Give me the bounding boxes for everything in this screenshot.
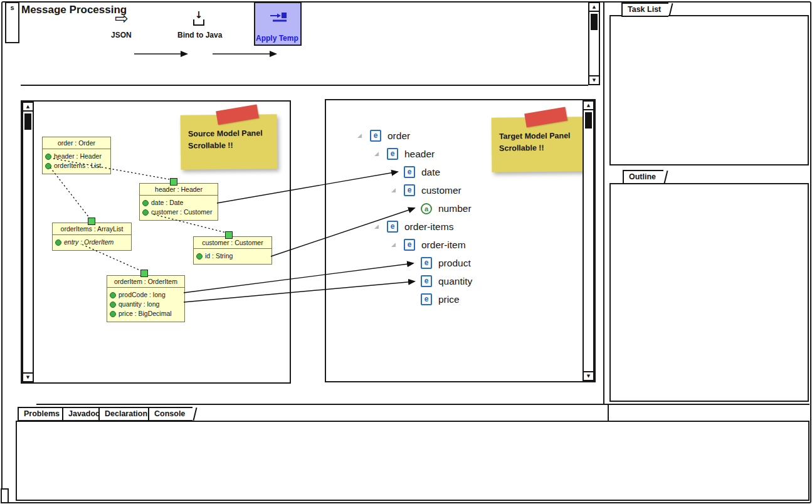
xml-element-icon: e <box>387 221 398 233</box>
source-panel-scrollbar[interactable]: ▲ ▼ <box>22 102 34 382</box>
bottom-divider <box>608 404 609 421</box>
page-title: Message Processing <box>21 4 127 16</box>
tree-node-number[interactable]: a number <box>408 199 472 218</box>
attribute-dot-icon <box>110 302 116 308</box>
class-box-order[interactable]: order : Order header : Header orderItems… <box>42 137 111 174</box>
attribute-row[interactable]: orderItems : List <box>45 161 107 171</box>
tree-node-header[interactable]: ◢ e header <box>374 145 472 163</box>
window-corner-notch <box>1 488 9 503</box>
class-box-header[interactable]: header : Header date : Date customer : C… <box>139 183 218 221</box>
attribute-row[interactable]: price : BigDecimal <box>110 309 181 318</box>
expand-toggle-icon[interactable]: ◢ <box>374 151 379 157</box>
attribute-row[interactable]: customer : Customer <box>142 207 214 217</box>
target-sticky-note[interactable]: Target Model Panel Scrollable !! <box>492 117 585 172</box>
attribute-dot-icon <box>196 253 203 260</box>
scroll-up-icon[interactable]: ▲ <box>23 103 33 112</box>
xml-element-icon: e <box>404 166 415 178</box>
scrollbar-thumb[interactable] <box>24 113 31 130</box>
class-box-orderitem[interactable]: orderItem : OrderItem prodCode : long qu… <box>107 275 185 322</box>
xml-element-icon: e <box>387 148 398 160</box>
tree-node-product[interactable]: e product <box>408 254 472 272</box>
toolbar-divider <box>21 85 588 86</box>
target-model-tree: ◢ e order ◢ e header e date ◢ e customer… <box>357 127 472 308</box>
task-list-panel[interactable] <box>609 15 809 165</box>
step-json-label[interactable]: JSON <box>111 31 132 39</box>
collapsed-side-tab[interactable]: s <box>5 2 19 43</box>
connector-handle-icon[interactable] <box>225 231 233 239</box>
xml-attribute-icon: a <box>421 203 432 214</box>
attribute-row[interactable]: prodCode : long <box>110 290 181 300</box>
application-window: { "window": { "side_tab": "s" }, "toolba… <box>0 0 812 504</box>
attribute-dot-icon <box>142 209 149 216</box>
scroll-up-icon[interactable]: ▲ <box>584 102 593 110</box>
expand-toggle-icon[interactable]: ◢ <box>391 187 396 193</box>
tree-node-customer[interactable]: ◢ e customer <box>391 181 472 199</box>
scroll-up-icon[interactable]: ▲ <box>589 3 599 12</box>
connector-handle-icon[interactable] <box>170 178 177 186</box>
console-panel[interactable] <box>16 421 809 501</box>
scroll-down-icon[interactable]: ▼ <box>584 371 593 380</box>
connector-handle-icon[interactable] <box>88 218 95 225</box>
attribute-row[interactable]: id : String <box>196 251 268 261</box>
outline-panel[interactable] <box>609 183 809 402</box>
xml-element-icon: e <box>421 293 432 305</box>
apply-template-label: Apply Temp <box>256 34 298 43</box>
attribute-row[interactable]: quantity : long <box>110 300 181 309</box>
step-bind-to-java-label[interactable]: Bind to Java <box>177 31 222 39</box>
xml-element-icon: e <box>404 239 415 251</box>
target-panel-scrollbar[interactable]: ▲ ▼ <box>583 100 594 381</box>
tree-node-price[interactable]: e price <box>408 290 472 308</box>
scroll-down-icon[interactable]: ▼ <box>589 75 599 84</box>
attribute-dot-icon <box>110 292 116 298</box>
tab-task-list[interactable]: Task List <box>621 3 668 17</box>
arrow-right-icon: ⇨ <box>115 10 129 26</box>
tree-node-order[interactable]: ◢ e order <box>357 127 472 145</box>
attribute-dot-icon <box>45 163 51 169</box>
scroll-down-icon[interactable]: ▼ <box>23 372 33 381</box>
xml-element-icon: e <box>421 257 432 269</box>
class-box-customer[interactable]: customer : Customer id : String <box>193 236 272 265</box>
import-tray-icon: ↓ <box>192 14 206 26</box>
xml-element-icon: e <box>370 130 381 142</box>
tab-outline[interactable]: Outline <box>623 170 663 184</box>
scrollbar-thumb[interactable] <box>591 14 598 30</box>
tree-node-order-items[interactable]: ◢ e order-items <box>374 218 472 236</box>
tab-problems[interactable]: Problems <box>18 407 67 421</box>
attribute-row[interactable]: date : Date <box>142 198 214 207</box>
attribute-row[interactable]: entry : OrderItem <box>55 238 128 247</box>
source-sticky-note[interactable]: Source Model Panel Scrollable !! <box>181 114 278 170</box>
attribute-dot-icon <box>142 200 149 206</box>
scrollbar-thumb[interactable] <box>585 112 592 129</box>
attribute-dot-icon <box>45 154 51 160</box>
attribute-dot-icon <box>110 311 116 317</box>
tab-console[interactable]: Console <box>148 407 192 421</box>
attribute-row[interactable]: header : Header <box>45 152 107 161</box>
xml-element-icon: e <box>421 275 432 287</box>
apply-template-icon <box>270 12 287 24</box>
class-box-orderitems[interactable]: orderItems : ArrayList entry : OrderItem <box>52 223 132 251</box>
sidebar-divider[interactable] <box>603 1 604 404</box>
xml-element-icon: e <box>404 184 415 196</box>
tab-declaration[interactable]: Declaration <box>98 407 155 421</box>
attribute-dot-icon <box>55 239 61 246</box>
tree-node-quantity[interactable]: e quantity <box>408 272 472 290</box>
tree-node-order-item[interactable]: ◢ e order-item <box>391 236 472 254</box>
expand-toggle-icon[interactable]: ◢ <box>357 133 362 139</box>
expand-toggle-icon[interactable]: ◢ <box>374 224 379 229</box>
tree-node-date[interactable]: e date <box>391 163 472 181</box>
expand-toggle-icon[interactable]: ◢ <box>391 242 396 248</box>
toolbar-scrollbar[interactable]: ▲ ▼ <box>588 2 600 85</box>
connector-handle-icon[interactable] <box>140 270 148 277</box>
apply-template-button[interactable]: Apply Temp <box>254 2 302 46</box>
bottom-separator <box>36 404 809 405</box>
